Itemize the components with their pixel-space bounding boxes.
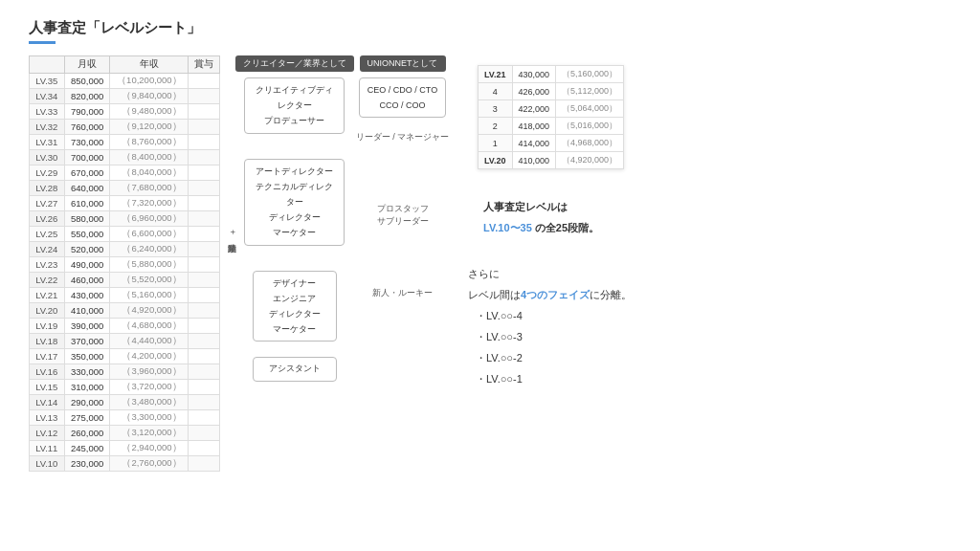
lv-cell: LV.32 — [30, 120, 65, 135]
annual-cell: （3,300,000） — [110, 410, 188, 426]
monthly-cell: 460,000 — [64, 273, 110, 288]
sub-table-row: 1 414,000 （4,968,000） — [479, 135, 624, 152]
bonus-cell — [188, 349, 219, 364]
annual-cell: （3,120,000） — [110, 426, 188, 441]
monthly-cell: 820,000 — [64, 89, 110, 104]
sub-annual-cell: （4,968,000） — [556, 135, 624, 152]
monthly-cell: 850,000 — [64, 74, 110, 89]
union-box-1: CEO / CDO / CTOCCO / COO — [359, 77, 446, 118]
monthly-cell: 550,000 — [64, 227, 110, 242]
lv-cell: LV.14 — [30, 395, 65, 410]
bonus-cell — [188, 364, 219, 380]
lv-cell: LV.15 — [30, 380, 65, 395]
table-row: LV.19 390,000 （4,680,000） — [30, 319, 220, 334]
far-right-section: LV.21 430,000 （5,160,000） 4 426,000 （5,1… — [458, 55, 951, 472]
monthly-cell: 370,000 — [64, 334, 110, 349]
bonus-cell — [188, 380, 219, 395]
level-highlight: LV.10〜35 — [483, 222, 532, 233]
table-row: LV.23 490,000 （5,880,000） — [30, 257, 220, 273]
further-desc-post: に分離。 — [590, 289, 632, 300]
table-row: LV.21 430,000 （5,160,000） — [30, 288, 220, 303]
bonus-cell — [188, 319, 219, 334]
bonus-cell — [188, 227, 219, 242]
list-item: LV.○○-2 — [476, 347, 951, 368]
list-item: LV.○○-4 — [476, 305, 951, 326]
annual-cell: （5,160,000） — [110, 288, 188, 303]
lv-cell: LV.31 — [30, 135, 65, 150]
sub-monthly-cell: 422,000 — [512, 100, 556, 118]
annual-cell: （2,940,000） — [110, 441, 188, 456]
center-section: + 業績連動 — [226, 77, 238, 472]
table-row: LV.10 230,000 （2,760,000） — [30, 456, 220, 472]
bonus-cell — [188, 242, 219, 257]
lv-cell: LV.16 — [30, 364, 65, 380]
bonus-cell — [188, 410, 219, 426]
table-row: LV.26 580,000 （6,960,000） — [30, 211, 220, 227]
table-row: LV.11 245,000 （2,940,000） — [30, 441, 220, 456]
lv-cell: LV.33 — [30, 104, 65, 120]
monthly-cell: 310,000 — [64, 380, 110, 395]
sub-table-row: 4 426,000 （5,112,000） — [479, 83, 624, 100]
annual-cell: （6,240,000） — [110, 242, 188, 257]
lv-cell: LV.19 — [30, 319, 65, 334]
annual-cell: （6,600,000） — [110, 227, 188, 242]
annual-cell: （5,880,000） — [110, 257, 188, 273]
creator-box-3: デザイナーエンジニアディレクターマーケター — [253, 271, 337, 342]
sub-table-row: LV.21 430,000 （5,160,000） — [479, 66, 624, 83]
level-range-title: 人事査定レベルは — [483, 198, 936, 217]
arrows-label: + 業績連動 — [226, 230, 238, 237]
table-row: LV.18 370,000 （4,440,000） — [30, 334, 220, 349]
bonus-cell — [188, 426, 219, 441]
table-row: LV.24 520,000 （6,240,000） — [30, 242, 220, 257]
monthly-cell: 610,000 — [64, 196, 110, 211]
monthly-cell: 640,000 — [64, 181, 110, 196]
monthly-cell: 290,000 — [64, 395, 110, 410]
sub-table-container: LV.21 430,000 （5,160,000） 4 426,000 （5,1… — [478, 65, 951, 169]
sub-monthly-cell: 414,000 — [512, 135, 556, 152]
lv-cell: LV.13 — [30, 410, 65, 426]
lv-cell: LV.10 — [30, 456, 65, 472]
bonus-cell — [188, 74, 219, 89]
lv-cell: LV.27 — [30, 196, 65, 211]
further-desc-pre: レベル間は — [468, 289, 521, 300]
annual-cell: （8,760,000） — [110, 135, 188, 150]
lv-cell: LV.17 — [30, 349, 65, 364]
sub-lv-cell: LV.20 — [479, 152, 513, 169]
monthly-cell: 330,000 — [64, 364, 110, 380]
sub-detail-table: LV.21 430,000 （5,160,000） 4 426,000 （5,1… — [478, 65, 624, 169]
monthly-cell: 230,000 — [64, 456, 110, 472]
sub-annual-cell: （5,112,000） — [556, 83, 624, 100]
table-row: LV.32 760,000 （9,120,000） — [30, 120, 220, 135]
sub-annual-cell: （5,016,000） — [556, 118, 624, 135]
annual-cell: （3,480,000） — [110, 395, 188, 410]
annual-cell: （9,120,000） — [110, 120, 188, 135]
bonus-cell — [188, 181, 219, 196]
further-desc: レベル間は4つのフェイズに分離。 — [468, 284, 951, 305]
monthly-cell: 670,000 — [64, 165, 110, 181]
lv-cell: LV.21 — [30, 288, 65, 303]
level-range-detail: LV.10〜35 の全25段階。 — [483, 219, 936, 238]
sub-annual-cell: （5,160,000） — [556, 66, 624, 83]
bonus-cell — [188, 89, 219, 104]
monthly-cell: 350,000 — [64, 349, 110, 364]
table-row: LV.27 610,000 （7,320,000） — [30, 196, 220, 211]
bonus-cell — [188, 196, 219, 211]
monthly-cell: 260,000 — [64, 426, 110, 441]
annual-cell: （4,200,000） — [110, 349, 188, 364]
bonus-cell — [188, 273, 219, 288]
monthly-cell: 410,000 — [64, 303, 110, 319]
level-range-title-text: 人事査定レベルは — [483, 201, 568, 212]
table-row: LV.29 670,000 （8,040,000） — [30, 165, 220, 181]
annual-cell: （8,040,000） — [110, 165, 188, 181]
col-header-lv — [30, 56, 65, 74]
bonus-cell — [188, 456, 219, 472]
bonus-cell — [188, 395, 219, 410]
bonus-cell — [188, 165, 219, 181]
annual-cell: （9,480,000） — [110, 104, 188, 120]
creator-box-4: アシスタント — [253, 357, 337, 381]
sub-table-row: LV.20 410,000 （4,920,000） — [479, 152, 624, 169]
sub-monthly-cell: 410,000 — [512, 152, 556, 169]
table-row: LV.16 330,000 （3,960,000） — [30, 364, 220, 380]
lv-cell: LV.22 — [30, 273, 65, 288]
sub-monthly-cell: 418,000 — [512, 118, 556, 135]
